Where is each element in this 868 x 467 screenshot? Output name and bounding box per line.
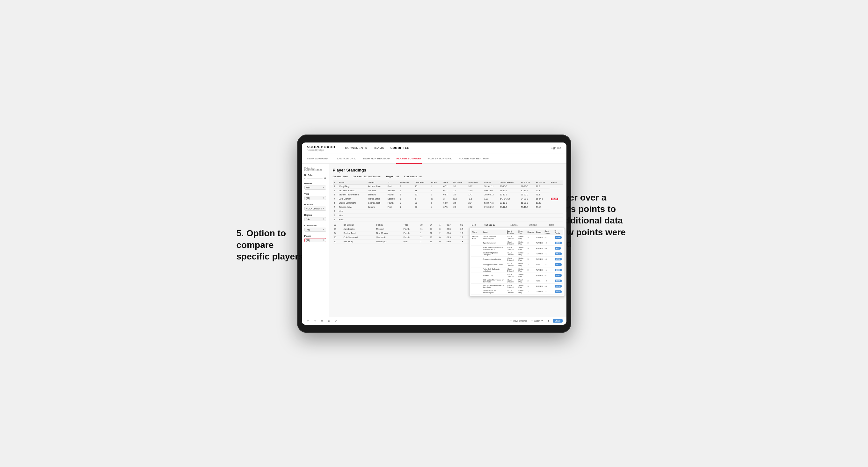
nav-bar: SCOREBOARD Powered by clippi TOURNAMENTS… [302, 143, 566, 154]
tooltip-points-badge: 56.18 [555, 285, 562, 287]
player-dropdown[interactable]: (All) ▼ [304, 238, 326, 242]
points-badge[interactable]: 66.94 [551, 198, 558, 200]
outer-wrapper: 4. Hover over a player's points to see a… [243, 134, 625, 333]
col-conf-rank: Conf Rank [414, 180, 430, 185]
points-tooltip: Player Event Event Division Event Type R… [469, 227, 565, 297]
tooltip-col-type: Event Type [517, 229, 526, 235]
table-header-row: # Player School Yr Reg Rank Conf Rank No… [333, 180, 563, 185]
tooltip-row: Mirabel Maui Jim IntercollegiateNCAA Div… [471, 289, 563, 294]
tooltip-points-badge: 57.57 [555, 258, 562, 260]
year-label: Year [304, 193, 326, 195]
division-dropdown[interactable]: NCAA Division I ▼ [304, 207, 326, 211]
logo-sub: Powered by clippi [307, 149, 336, 151]
tooltip-row: Jackson KoivuUNCW Seahawk Intercollegiat… [471, 235, 563, 240]
sidebar-conference: Conference (All) ▼ [304, 224, 326, 232]
col-no-rds: No Rds. [429, 180, 442, 185]
main-content: Update time: 27/01/2024 16:56:26 No Rds.… [302, 164, 566, 317]
nav-teams[interactable]: TEAMS [373, 145, 384, 151]
player-arrow-icon: ▼ [322, 239, 324, 241]
no-rds-max: 52 [324, 177, 326, 179]
undo-button[interactable]: ↩ [306, 319, 310, 323]
filter-conference-label: Conference: [404, 175, 418, 178]
col-wins: Wins [442, 180, 452, 185]
tooltip-row: Tiger InvitationalNCAA Division IStroke … [471, 240, 563, 245]
year-arrow-icon: ▼ [322, 197, 324, 199]
copy-button[interactable]: ⧉ [327, 319, 331, 323]
no-rds-label: No Rds. [304, 174, 326, 176]
tooltip-col-rank: Rank Impact [544, 229, 554, 235]
redo-button[interactable]: ↪ [313, 319, 317, 323]
download-button[interactable]: ⬇ [546, 319, 551, 323]
tooltip-row: Southern Highlands CollegiateNCAA Divisi… [471, 251, 563, 256]
region-label: Region [304, 214, 326, 216]
col-yr: Yr [386, 180, 399, 185]
update-time: 27/01/2024 16:56:26 [304, 169, 326, 171]
tooltip-row: Amer An IntercollegiateNCAA Division ISt… [471, 256, 563, 262]
sub-nav-player-summary[interactable]: PLAYER SUMMARY [396, 156, 422, 164]
conference-label: Conference [304, 224, 326, 227]
watch-button[interactable]: 👁 Watch ▼ [530, 319, 544, 322]
sidebar-division: Division NCAA Division I ▼ [304, 204, 326, 211]
settings-button[interactable]: ⚙ [320, 319, 324, 323]
filter-division-label: Division: [353, 175, 363, 178]
section-title: Player Standings [333, 168, 563, 173]
gender-dropdown[interactable]: Men ▼ [304, 186, 326, 190]
region-arrow-icon: ▼ [322, 218, 324, 220]
toolbar-view: 👁 View: Original 👁 Watch ▼ ⬇ Share [509, 319, 562, 323]
col-school: School [367, 180, 386, 185]
col-vs-top50: Vs Top 50 [534, 180, 550, 185]
tooltip-points-badge: 20.64 [555, 236, 562, 239]
table-row: 9Prest [333, 217, 563, 222]
tooltip-header-row: Player Event Event Division Event Type R… [471, 229, 563, 235]
nav-links: TOURNAMENTS TEAMS COMMITTEE [343, 145, 543, 151]
sub-nav-team-h2h-grid[interactable]: TEAM H2H GRID [335, 156, 356, 161]
filter-conference-value: All [420, 175, 422, 178]
sidebar-region: Region N/A ▼ [304, 214, 326, 221]
tooltip-row: SEC Stroke Play hosted by Jerry PateNCAA… [471, 283, 563, 289]
tooltip-points-badge: 24.11 [555, 263, 562, 266]
sub-nav-team-h2h-heatmap[interactable]: TEAM H2H HEATMAP [363, 156, 390, 161]
col-reg-rank: Reg Rank [399, 180, 414, 185]
table-row: 4Luke ClantonFlorida StateSecond1527268.… [333, 197, 563, 201]
table-row: 22Ian GilliganFloridaThird1024168.7-0.81… [333, 223, 563, 227]
no-rds-slider[interactable] [307, 178, 322, 179]
sidebar: Update time: 27/01/2024 16:56:26 No Rds.… [302, 164, 329, 317]
table-row: 7Nichi [333, 209, 563, 213]
sub-nav-player-h2h-grid[interactable]: PLAYER H2H GRID [428, 156, 452, 161]
sidebar-year: Year (All) ▼ [304, 193, 326, 200]
sign-out-link[interactable]: Sign out [551, 146, 561, 150]
tooltip-row: Fallen Oak Collegiate InvitationalNCAA D… [471, 267, 563, 273]
nav-committee[interactable]: COMMITTEE [391, 145, 409, 151]
region-dropdown[interactable]: N/A ▼ [304, 217, 326, 221]
tooltip-row: SEC Match Play hosted by Jerry PateNCAA … [471, 278, 563, 283]
tooltip-points-badge: 35.98 [555, 280, 562, 282]
col-points: Points [550, 180, 563, 185]
tooltip-points-badge: 20.47 [555, 274, 562, 277]
col-overall: Overall Record [499, 180, 520, 185]
sub-nav-team-summary[interactable]: TEAM SUMMARY [307, 156, 329, 161]
tooltip-col-rounds: Rounds [527, 229, 535, 235]
timer-button[interactable]: ⏱ [334, 319, 338, 322]
year-dropdown[interactable]: (All) ▼ [304, 196, 326, 200]
tooltip-points-badge: 66.40 [555, 290, 562, 293]
tooltip-table: Player Event Event Division Event Type R… [471, 229, 563, 294]
filter-region-label: Region: [386, 175, 395, 178]
tooltip-row: The Cypress Point ClassicNCAA Division I… [471, 262, 563, 267]
filter-gender-label: Gender: [333, 175, 342, 178]
nav-tournaments[interactable]: TOURNAMENTS [343, 145, 367, 151]
player-value: (All) [306, 239, 310, 241]
sidebar-update: Update time: 27/01/2024 16:56:26 [304, 167, 326, 171]
division-label: Division [304, 204, 326, 206]
bottom-toolbar: ↩ ↪ ⚙ ⧉ ⏱ 👁 View: Original 👁 Watch ▼ ⬇ S… [302, 317, 566, 325]
no-rds-min: 4 [304, 177, 305, 179]
sub-nav-player-h2h-heatmap[interactable]: PLAYER H2H HEATMAP [459, 156, 489, 161]
filter-conference: Conference: All [404, 175, 422, 178]
logo-area: SCOREBOARD Powered by clippi [307, 145, 336, 151]
filter-row: Gender: Men Division: NCAA Division I Re… [333, 175, 563, 178]
tooltip-col-event: Event [482, 229, 506, 235]
share-button[interactable]: Share [553, 319, 563, 322]
conference-dropdown[interactable]: (All) ▼ [304, 227, 326, 232]
year-value: (All) [306, 197, 310, 199]
view-label: View: Original [513, 320, 527, 322]
view-original-button[interactable]: 👁 View: Original [509, 319, 528, 322]
